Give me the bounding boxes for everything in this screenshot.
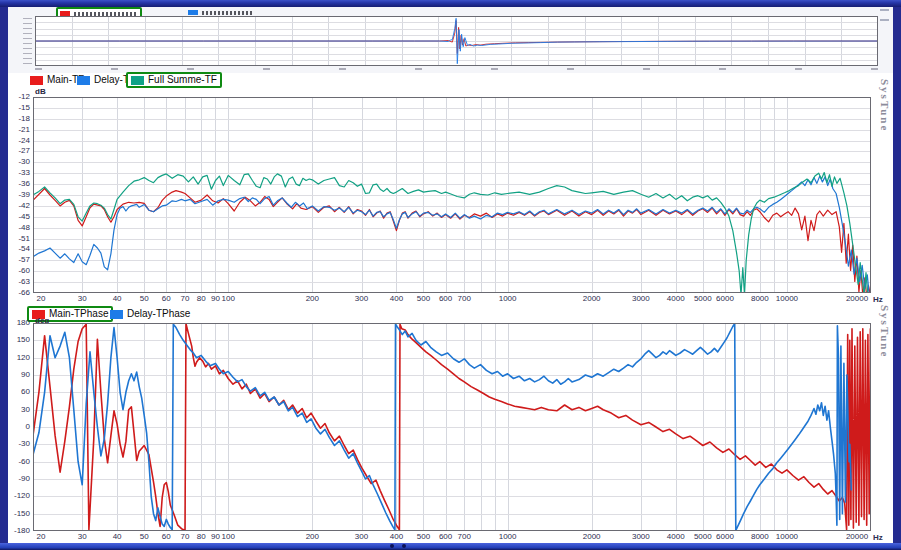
legend-color-chip	[110, 310, 123, 319]
x-tick-label: 5000	[694, 295, 712, 303]
x-tick-label: 40	[113, 295, 122, 303]
x-tick-label: 1000	[499, 533, 517, 541]
y-tick-label: 60	[21, 388, 30, 396]
ir-legend-label	[202, 11, 254, 15]
systune-watermark: SysTune	[879, 305, 891, 358]
legend-color-chip	[188, 10, 198, 15]
x-tick-label: 30	[78, 295, 87, 303]
x-tick-label: 300	[355, 295, 368, 303]
window-frame-top	[0, 0, 901, 7]
x-tick-label: 2000	[583, 533, 601, 541]
window-frame-left	[0, 7, 8, 543]
y-tick-label: -45	[18, 213, 30, 221]
legend-full-summe-tf[interactable]: Full Summe-TF	[126, 72, 222, 88]
x-tick-label: 8000	[751, 533, 769, 541]
x-tick-label: 2000	[583, 295, 601, 303]
legend-color-chip	[30, 76, 43, 85]
x-tick-label: 80	[197, 295, 206, 303]
x-tick-label: 100	[222, 533, 235, 541]
y-tick-label: -36	[18, 180, 30, 188]
x-tick-label: 60	[162, 533, 171, 541]
y-tick-label: 30	[21, 406, 30, 414]
x-tick-label: 10000	[776, 533, 798, 541]
tf-x-unit-label: Hz	[873, 295, 883, 304]
x-tick-label: 400	[390, 533, 403, 541]
x-tick-label: 3000	[632, 295, 650, 303]
x-tick-label: 60	[162, 295, 171, 303]
phase-y-axis: 1801501209060300-30-60-90-120-150-180	[8, 323, 32, 531]
y-tick-label: 120	[17, 354, 30, 362]
x-tick-label: 40	[113, 533, 122, 541]
systune-watermark: SysTune	[879, 79, 891, 132]
x-tick-label: 20000	[846, 295, 868, 303]
x-tick-label: 90	[211, 295, 220, 303]
y-tick-label: -51	[18, 235, 30, 243]
x-tick-label: 4000	[667, 295, 685, 303]
x-tick-label: 6000	[716, 533, 734, 541]
tf-plot[interactable]	[33, 97, 871, 293]
x-tick-label: 8000	[751, 295, 769, 303]
impulse-plot[interactable]	[35, 16, 878, 66]
y-tick-label: -15	[18, 104, 30, 112]
legend-color-chip	[77, 76, 90, 85]
legend-label: Full Summe-TF	[148, 75, 217, 85]
ir-legend-delay[interactable]	[188, 9, 254, 16]
tf-x-axis: 2030405060708090100200300400500600700100…	[33, 294, 871, 304]
footer-dots	[402, 544, 406, 548]
x-tick-label: 50	[140, 295, 149, 303]
y-tick-label: -180	[14, 527, 30, 535]
ir-legend-label	[74, 12, 138, 16]
x-tick-label: 200	[306, 533, 319, 541]
x-tick-label: 500	[417, 295, 430, 303]
ir-x-axis-labels	[35, 68, 878, 70]
y-tick-label: -27	[18, 147, 30, 155]
x-tick-label: 50	[140, 533, 149, 541]
y-tick-label: 180	[17, 319, 30, 327]
y-tick-label: -30	[18, 158, 30, 166]
legend-delay-tphase[interactable]: Delay-TPhase	[110, 308, 190, 320]
x-tick-label: 400	[390, 295, 403, 303]
tf-y-axis: -12-15-18-21-24-27-30-33-36-39-42-45-48-…	[8, 97, 32, 293]
x-tick-label: 20	[37, 295, 46, 303]
y-tick-label: -90	[18, 475, 30, 483]
x-tick-label: 700	[458, 533, 471, 541]
y-tick-label: -120	[14, 492, 30, 500]
footer-dots	[390, 544, 394, 548]
y-tick-label: -30	[18, 440, 30, 448]
x-tick-label: 5000	[694, 533, 712, 541]
y-tick-label: -60	[18, 267, 30, 275]
x-tick-label: 500	[417, 533, 430, 541]
y-tick-label: -39	[18, 191, 30, 199]
y-tick-label: 150	[17, 336, 30, 344]
x-tick-label: 1000	[499, 295, 517, 303]
window-frame-right	[893, 7, 901, 543]
x-tick-label: 200	[306, 295, 319, 303]
ir-y-axis-labels	[23, 18, 32, 65]
window-frame-bottom	[0, 543, 901, 550]
legend-label: Main-TPhase	[49, 309, 108, 319]
x-tick-label: 10000	[776, 295, 798, 303]
x-tick-label: 600	[439, 533, 452, 541]
y-tick-label: -54	[18, 245, 30, 253]
y-tick-label: -21	[18, 126, 30, 134]
x-tick-label: 80	[197, 533, 206, 541]
x-tick-label: 20000	[846, 533, 868, 541]
y-tick-label: 90	[21, 371, 30, 379]
x-tick-label: 3000	[632, 533, 650, 541]
x-tick-label: 70	[181, 533, 190, 541]
y-tick-label: -33	[18, 169, 30, 177]
y-tick-label: -150	[14, 510, 30, 518]
y-tick-label: -60	[18, 458, 30, 466]
x-tick-label: 700	[458, 295, 471, 303]
phase-x-axis: 2030405060708090100200300400500600700100…	[33, 532, 871, 542]
corner-mark-icon	[880, 9, 889, 21]
phase-x-unit-label: Hz	[873, 533, 883, 542]
phase-plot[interactable]	[33, 323, 871, 531]
x-tick-label: 300	[355, 533, 368, 541]
x-tick-label: 20	[37, 533, 46, 541]
legend-color-chip	[131, 76, 144, 85]
y-tick-label: -12	[18, 93, 30, 101]
systune-window: Main-TF Delay-TF Full Summe-TF dB -12-15…	[0, 0, 901, 550]
y-tick-label: -63	[18, 278, 30, 286]
x-tick-label: 600	[439, 295, 452, 303]
